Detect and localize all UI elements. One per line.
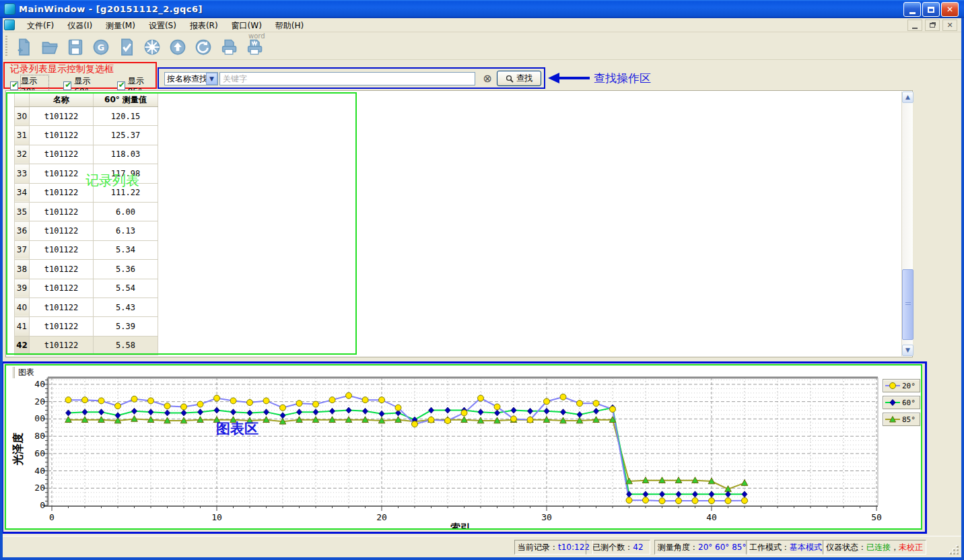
- name-cell[interactable]: t101122: [30, 317, 94, 336]
- row-number-cell[interactable]: 36: [15, 221, 30, 240]
- value-cell[interactable]: 6.00: [94, 202, 158, 221]
- chevron-down-icon[interactable]: ▼: [206, 73, 217, 85]
- row-number-cell[interactable]: 30: [15, 107, 30, 126]
- scroll-down-button[interactable]: ▼: [902, 345, 914, 356]
- status-instrument-state: 仪器状态：已连接， 未校正: [823, 540, 926, 555]
- minimize-button[interactable]: [903, 2, 921, 17]
- status-value: 20° 60° 85°: [698, 542, 746, 552]
- table-row[interactable]: 35t1011226.00: [15, 202, 158, 221]
- table-row[interactable]: 32t101122118.03: [15, 145, 158, 164]
- toolbar-export-word-button[interactable]: word: [242, 34, 267, 58]
- svg-text:20: 20: [34, 483, 45, 493]
- name-column-header[interactable]: 名称: [30, 93, 94, 107]
- name-cell[interactable]: t101122: [30, 202, 94, 221]
- chart-area-annotation: 图表区: [216, 419, 259, 438]
- name-cell[interactable]: t101122: [30, 164, 94, 183]
- menu-item-2[interactable]: 仪器(I): [61, 19, 99, 32]
- print-icon: [219, 38, 238, 57]
- table-row[interactable]: 36t1011226.13: [15, 221, 158, 240]
- search-input[interactable]: [219, 72, 475, 85]
- find-button[interactable]: 查找: [497, 71, 541, 86]
- legend-item-20[interactable]: 20°: [883, 379, 920, 392]
- value-cell[interactable]: 5.54: [94, 279, 158, 298]
- row-number-cell[interactable]: 34: [15, 183, 30, 202]
- value-cell[interactable]: 6.13: [94, 221, 158, 240]
- table-row[interactable]: 40t1011225.43: [15, 298, 158, 316]
- row-number-cell[interactable]: 32: [15, 145, 30, 164]
- row-number-cell[interactable]: 38: [15, 260, 30, 279]
- maximize-button[interactable]: [922, 2, 940, 17]
- menu-item-4[interactable]: 设置(S): [142, 19, 183, 32]
- mdi-restore-button[interactable]: [925, 20, 940, 31]
- row-number-cell[interactable]: 39: [15, 279, 30, 298]
- svg-text:30: 30: [541, 512, 552, 522]
- table-row[interactable]: 37t1011225.34: [15, 240, 158, 259]
- checkbox-icon[interactable]: ✔: [10, 81, 18, 90]
- value-cell[interactable]: 5.39: [94, 317, 158, 336]
- row-number-cell[interactable]: 42: [15, 336, 30, 355]
- toolbar-grip[interactable]: [5, 36, 7, 56]
- row-number-cell[interactable]: 37: [15, 240, 30, 259]
- row-number-cell[interactable]: 33: [15, 164, 30, 183]
- name-cell[interactable]: t101122: [30, 107, 94, 126]
- filter-annotation-box: 记录列表显示控制复选框 ✔显示20°✔显示60°✔显示85°: [3, 62, 157, 89]
- row-number-cell[interactable]: 35: [15, 202, 30, 221]
- name-cell[interactable]: t101122: [30, 260, 94, 279]
- vertical-scrollbar[interactable]: ▲ ▼: [901, 92, 913, 356]
- table-row[interactable]: 39t1011225.54: [15, 279, 158, 298]
- menu-item-5[interactable]: 报表(R): [183, 19, 225, 32]
- name-cell[interactable]: t101122: [30, 279, 94, 298]
- table-row[interactable]: 38t1011225.36: [15, 260, 158, 279]
- legend-item-60[interactable]: 60°: [883, 396, 920, 409]
- mdi-minimize-button[interactable]: [907, 20, 922, 31]
- name-cell[interactable]: t101122: [30, 336, 94, 355]
- checkbox-icon[interactable]: ✔: [63, 81, 71, 90]
- value-cell[interactable]: 5.43: [94, 298, 158, 316]
- clear-search-button[interactable]: ⊗: [481, 72, 494, 85]
- menu-item-7[interactable]: 帮助(H): [269, 19, 310, 32]
- value-column-header[interactable]: 60° 测量值: [94, 93, 158, 107]
- measure-wheel-icon: [143, 38, 162, 57]
- menu-item-3[interactable]: 测量(M): [99, 19, 142, 32]
- name-cell[interactable]: t101122: [30, 298, 94, 316]
- scroll-up-button[interactable]: ▲: [902, 92, 914, 103]
- toolbar-open-file-button[interactable]: [37, 34, 63, 58]
- name-cell[interactable]: t101122: [30, 221, 94, 240]
- chart-panel: 图表 光泽度 02040608010012014001020304050 20°…: [5, 364, 922, 530]
- name-cell[interactable]: t101122: [30, 126, 94, 145]
- menu-item-6[interactable]: 窗口(W): [225, 19, 269, 32]
- toolbar-save-file-button[interactable]: [63, 34, 88, 58]
- row-number-cell[interactable]: 31: [15, 126, 30, 145]
- mdi-close-button[interactable]: ✕: [942, 20, 957, 31]
- name-cell[interactable]: t101122: [30, 240, 94, 259]
- table-row[interactable]: 41t1011225.39: [15, 317, 158, 336]
- value-cell[interactable]: 118.03: [94, 145, 158, 164]
- value-cell[interactable]: 120.15: [94, 107, 158, 126]
- value-cell[interactable]: 5.58: [94, 336, 158, 355]
- toolbar-measure-wheel-button[interactable]: [139, 34, 165, 58]
- name-cell[interactable]: t101122: [30, 145, 94, 164]
- table-row[interactable]: 31t101122125.37: [15, 126, 158, 145]
- scrollbar-thumb[interactable]: [902, 269, 914, 340]
- checkbox-icon[interactable]: ✔: [117, 81, 125, 90]
- toolbar-print-button[interactable]: [216, 34, 242, 58]
- close-button[interactable]: ✕: [941, 2, 959, 17]
- svg-text:80: 80: [34, 431, 45, 441]
- toolbar-upload-button[interactable]: [165, 34, 191, 58]
- table-row[interactable]: 42t1011225.58: [15, 336, 158, 355]
- search-mode-combobox[interactable]: 按名称查找 ▼: [164, 72, 218, 85]
- toolbar-new-file-button[interactable]: [11, 34, 37, 58]
- row-number-cell[interactable]: 40: [15, 298, 30, 316]
- toolbar-refresh-button[interactable]: [191, 34, 216, 58]
- resize-grip[interactable]: [949, 545, 959, 555]
- table-row[interactable]: 30t101122120.15: [15, 107, 158, 126]
- value-cell[interactable]: 125.37: [94, 126, 158, 145]
- value-cell[interactable]: 5.34: [94, 240, 158, 259]
- menu-item-1[interactable]: 文件(F): [20, 19, 61, 32]
- row-number-cell[interactable]: 41: [15, 317, 30, 336]
- toolbar-sync-instrument-button[interactable]: G: [88, 34, 114, 58]
- toolbar-apply-check-button[interactable]: [114, 34, 139, 58]
- value-cell[interactable]: 5.36: [94, 260, 158, 279]
- name-cell[interactable]: t101122: [30, 183, 94, 202]
- legend-item-85[interactable]: 85°: [883, 413, 920, 426]
